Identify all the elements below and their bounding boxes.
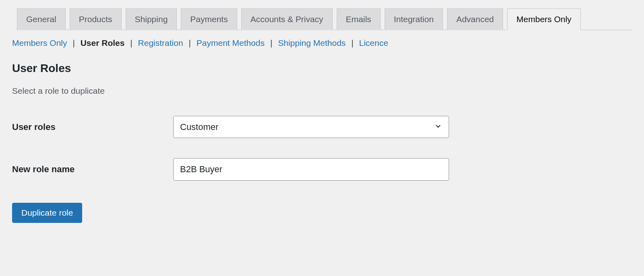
new-role-row: New role name bbox=[12, 158, 632, 181]
user-roles-select-wrapper: Customer bbox=[173, 116, 449, 138]
tab-integration[interactable]: Integration bbox=[385, 8, 443, 30]
subnav-separator: | bbox=[188, 38, 191, 47]
subnav-shipping-methods[interactable]: Shipping Methods bbox=[278, 38, 346, 47]
subnav-user-roles[interactable]: User Roles bbox=[81, 38, 125, 47]
user-roles-label: User roles bbox=[12, 122, 173, 132]
page-title: User Roles bbox=[12, 62, 632, 75]
tab-payments[interactable]: Payments bbox=[181, 8, 237, 30]
user-roles-select[interactable]: Customer bbox=[173, 116, 449, 138]
subnav-members-only[interactable]: Members Only bbox=[12, 38, 67, 47]
new-role-input[interactable] bbox=[173, 158, 449, 181]
user-roles-row: User roles Customer bbox=[12, 116, 632, 138]
subnav-separator: | bbox=[351, 38, 353, 47]
tab-products[interactable]: Products bbox=[70, 8, 122, 30]
tab-accounts-privacy[interactable]: Accounts & Privacy bbox=[241, 8, 333, 30]
new-role-label: New role name bbox=[12, 164, 173, 175]
subnav-licence[interactable]: Licence bbox=[359, 38, 388, 47]
submit-area: Duplicate role bbox=[12, 203, 632, 223]
subnav-registration[interactable]: Registration bbox=[138, 38, 183, 47]
tab-emails[interactable]: Emails bbox=[337, 8, 381, 30]
page-description: Select a role to duplicate bbox=[12, 86, 632, 96]
form-table: User roles Customer New role name bbox=[12, 116, 632, 181]
subnav-separator: | bbox=[270, 38, 272, 47]
subnav-separator: | bbox=[72, 38, 75, 47]
tab-advanced[interactable]: Advanced bbox=[447, 8, 503, 30]
subnav-payment-methods[interactable]: Payment Methods bbox=[197, 38, 265, 47]
subnav: Members Only | User Roles | Registration… bbox=[12, 30, 632, 48]
duplicate-role-button[interactable]: Duplicate role bbox=[12, 203, 82, 223]
subnav-separator: | bbox=[130, 38, 132, 47]
tab-shipping[interactable]: Shipping bbox=[126, 8, 177, 30]
tabs-nav: General Products Shipping Payments Accou… bbox=[17, 0, 632, 30]
tab-members-only[interactable]: Members Only bbox=[507, 8, 581, 30]
tab-general[interactable]: General bbox=[17, 8, 66, 30]
